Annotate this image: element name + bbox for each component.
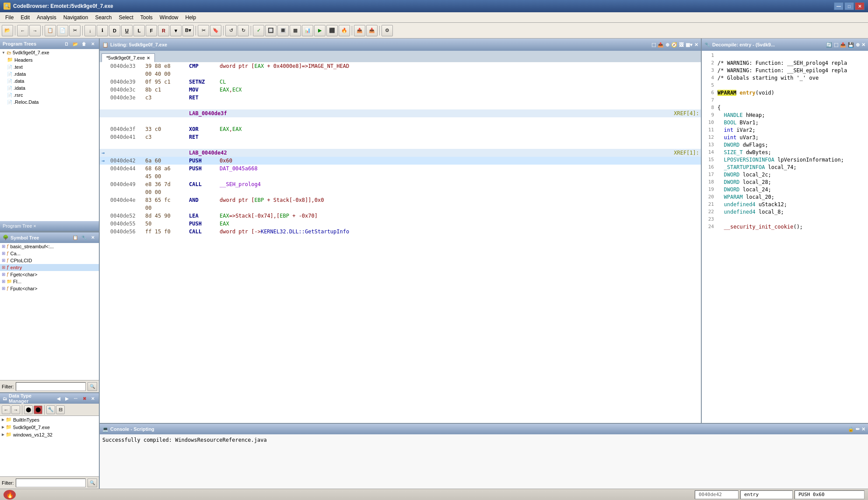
listing-btn1[interactable]: ⬚: [651, 42, 656, 48]
sym-cptolcid[interactable]: ⊞ ƒ CPtoLCID: [0, 257, 99, 264]
toolbar-r[interactable]: R: [158, 25, 169, 36]
tree-headers[interactable]: 📁 Headers: [0, 56, 99, 63]
menu-file[interactable]: File: [2, 14, 17, 21]
toolbar-scissors[interactable]: ✂: [198, 25, 209, 36]
menu-navigation[interactable]: Navigation: [60, 14, 92, 21]
toolbar-back[interactable]: ←: [17, 25, 28, 36]
toolbar-mem3[interactable]: ▦: [290, 25, 301, 36]
dtm-btn-dot2[interactable]: ⬤: [34, 405, 42, 414]
dtm-arrow-right[interactable]: ▶: [63, 395, 70, 402]
sym-fi[interactable]: ⊞ 📁 FI...: [0, 278, 99, 285]
listing-close[interactable]: ✕: [694, 42, 698, 48]
toolbar-mem1[interactable]: 🔲: [265, 25, 276, 36]
decompile-export[interactable]: 💾: [848, 42, 854, 48]
console-lock[interactable]: 🔒: [848, 426, 854, 432]
listing-nav-btn[interactable]: 🧭: [671, 42, 677, 48]
tree-data[interactable]: 📄 .data: [0, 77, 99, 85]
toolbar-copy[interactable]: 📋: [45, 25, 56, 36]
listing-snap-btn[interactable]: ⊕: [665, 42, 669, 48]
listing-tab-active[interactable]: *5vdk9ge0f_7.exe ✕: [102, 53, 155, 62]
toolbar-mem2[interactable]: 🔳: [277, 25, 289, 36]
sym-fputc[interactable]: ⊞ ƒ Fputc<char>: [0, 285, 99, 292]
menu-edit[interactable]: Edit: [17, 14, 33, 21]
menu-analysis[interactable]: Analysis: [33, 14, 60, 21]
console-close[interactable]: ✕: [861, 426, 865, 432]
listing-tab-close[interactable]: ✕: [147, 56, 150, 60]
toolbar-run[interactable]: ▶: [314, 25, 326, 36]
decompile-btn1[interactable]: ⬚: [834, 42, 838, 48]
decompile-refresh[interactable]: 🔄: [826, 42, 832, 48]
sym-ca[interactable]: ⊞ ƒ Ca...: [0, 250, 99, 257]
symbol-tree-btn2[interactable]: 🔧: [80, 234, 88, 241]
menu-help[interactable]: Help: [182, 14, 200, 21]
toolbar-settings[interactable]: ⚙: [382, 25, 393, 36]
dtm-btn-dot[interactable]: ⬤: [24, 405, 33, 414]
listing-row[interactable]: 0040de49 e8 36 7d CALL __SEH_prolog4: [100, 180, 701, 188]
toolbar-forward[interactable]: →: [29, 25, 41, 36]
listing-row[interactable]: 0040de41 c3 RET: [100, 133, 701, 141]
listing-img-btn[interactable]: 🖼: [679, 42, 684, 47]
maximize-button[interactable]: □: [844, 2, 854, 10]
dtm-btn-apply[interactable]: 🔧: [46, 405, 55, 414]
toolbar-paste[interactable]: 📄: [57, 25, 68, 36]
listing-label-row[interactable]: LAB_0040de3f XREF[4]:: [100, 109, 701, 117]
sym-entry[interactable]: ⊞ ƒ entry: [0, 264, 99, 271]
dtm-dot-menu[interactable]: ···: [72, 395, 79, 402]
program-trees-delete-btn[interactable]: 🗑: [80, 40, 88, 47]
sym-fgetc[interactable]: ⊞ ƒ Fgetc<char>: [0, 271, 99, 278]
dtm-filter-input[interactable]: [16, 479, 86, 487]
tree-rdata[interactable]: 📄 .rdata: [0, 70, 99, 77]
dtm-btn-collapse[interactable]: ⊟: [56, 405, 65, 414]
listing-row[interactable]: 0040de52 8d 45 90 LEA EAX=>Stack[-0x74],…: [100, 212, 701, 220]
console-edit[interactable]: ✏: [856, 426, 860, 432]
toolbar-v[interactable]: ▼: [170, 25, 182, 36]
dtm-filter-btn[interactable]: 🔍: [88, 479, 97, 487]
tree-text[interactable]: 📄 .text: [0, 63, 99, 70]
symbol-filter-btn[interactable]: 🔍: [88, 382, 97, 391]
toolbar-l[interactable]: L: [133, 25, 145, 36]
listing-row-selected[interactable]: → 0040de42 6a 60 PUSH 0x60: [100, 157, 701, 165]
decompile-btn2[interactable]: 📤: [840, 42, 846, 48]
listing-row[interactable]: 0040de33 39 88 e8 CMP dword ptr [EAX + 0…: [100, 62, 701, 70]
dtm-windows[interactable]: ▶ 📁 windows_vs12_32: [0, 431, 99, 438]
listing-row[interactable]: 0040de3f 33 c0 XOR EAX,EAX: [100, 125, 701, 133]
listing-row[interactable]: 0040de3c 8b c1 MOV EAX,ECX: [100, 86, 701, 94]
toolbar-checkmark[interactable]: ✓: [253, 25, 264, 36]
program-trees-new-btn[interactable]: 🗋: [63, 40, 70, 47]
dtm-btn-fwd[interactable]: →: [11, 405, 20, 414]
dtm-exe[interactable]: ▶ 📁 5vdk9ge0f_7.exe: [0, 423, 99, 431]
toolbar-info[interactable]: ℹ: [97, 25, 108, 36]
menu-search[interactable]: Search: [91, 14, 115, 21]
listing-label-row[interactable]: → LAB_0040de42 XREF[1]:: [100, 149, 701, 157]
minimize-button[interactable]: —: [834, 2, 844, 10]
listing-row[interactable]: 0040de55 50 PUSH EAX: [100, 220, 701, 228]
tree-reloc[interactable]: 📄 .Reloc.Data: [0, 99, 99, 106]
decompile-snap[interactable]: ⊕: [856, 42, 860, 48]
toolbar-b[interactable]: B▾: [182, 25, 194, 36]
listing-row[interactable]: 0040de39 0f 95 c1 SETNZ CL: [100, 78, 701, 86]
toolbar-graph[interactable]: 📊: [302, 25, 313, 36]
toolbar-flame[interactable]: 🔥: [339, 25, 350, 36]
toolbar-down-arrow[interactable]: ↓: [84, 25, 96, 36]
symbol-filter-input[interactable]: [16, 382, 86, 391]
toolbar-cut[interactable]: ✂: [69, 25, 80, 36]
program-trees-tab[interactable]: Program Tree ×: [3, 223, 36, 229]
sym-basic-streambuf[interactable]: ⊞ ƒ basic_streambuf<:...: [0, 243, 99, 250]
toolbar-share1[interactable]: 📤: [354, 25, 365, 36]
toolbar-bookmark[interactable]: 🔖: [210, 25, 221, 36]
menu-tools[interactable]: Tools: [137, 14, 156, 21]
tree-root[interactable]: ▼ 🗁 5vdk9ge0f_7.exe: [0, 49, 99, 56]
toolbar-u[interactable]: U: [121, 25, 133, 36]
listing-row[interactable]: 0040de44 68 68 a6 PUSH DAT_0045a668: [100, 165, 701, 173]
close-button[interactable]: ✕: [855, 2, 864, 10]
dtm-red-x[interactable]: ✖: [81, 395, 88, 402]
decompile-close[interactable]: ✕: [861, 42, 865, 48]
listing-btn2[interactable]: 📤: [658, 42, 664, 48]
dtm-btn-back[interactable]: ←: [2, 405, 10, 414]
toolbar-redo[interactable]: ↻: [238, 25, 249, 36]
listing-row[interactable]: 0040de56 ff 15 f0 CALL dword ptr [->KERN…: [100, 228, 701, 236]
toolbar-d[interactable]: D: [109, 25, 120, 36]
menu-select[interactable]: Select: [115, 14, 136, 21]
listing-row[interactable]: 0040de4e 83 65 fc AND dword ptr [EBP + S…: [100, 196, 701, 204]
tree-rsrc[interactable]: 📄 .rsrc: [0, 92, 99, 99]
